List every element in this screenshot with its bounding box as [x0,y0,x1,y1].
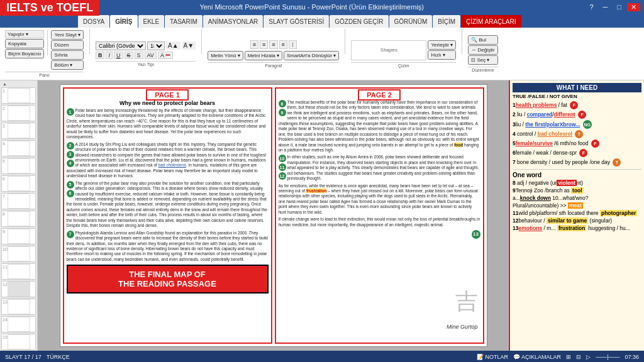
slide-thumb-8[interactable]: 8 [1,211,36,227]
comments-btn[interactable]: 💬 AÇIKLAMALAR [513,354,561,360]
notes-btn[interactable]: 📝 NOTLAR [477,354,508,360]
right-panel: WHAT I NEED TRUE /FALSE / NOT GIVEN 1hea… [509,80,644,351]
rp-item-8: 8 adj / negative (urviolentnt) [513,180,641,186]
one-word-section: One word 8 adj / negative (urviolentnt) … [513,169,641,231]
tab-bicim[interactable]: BİÇİM [433,15,460,28]
minimize-btn[interactable]: ─ [599,3,612,11]
view-normal[interactable]: ⊞ [566,354,571,360]
bolum-btn[interactable]: Bölüm ▾ [51,60,84,70]
tab-giris[interactable]: GİRİŞ [110,15,137,28]
italic-btn[interactable]: I [106,52,113,59]
font-color-btn[interactable]: A [158,52,173,59]
degistir-btn[interactable]: ↔ Değiştir [468,45,497,55]
smartart-btn[interactable]: SmartArt'a Dönüştür ▾ [284,51,339,60]
tab-slayt[interactable]: SLAYT GÖSTERİSİ [264,15,329,28]
tab-gorunum[interactable]: GÖRÜNÜM [389,15,433,28]
duzen-btn[interactable]: Düzen [51,40,84,50]
slide-thumb-12[interactable]: 12 [1,281,36,297]
strikethrough-btn[interactable]: S [125,52,133,59]
drawing-group: Shapes Yerleştir ▾ Hızlı ▾ Çizim [348,29,458,79]
help-btn[interactable]: ? [586,3,597,11]
slide-thumb-10[interactable]: 10 [1,246,36,262]
circle-11: 11 [279,163,286,171]
rp-item-6: 6female / weak / dense-spr F [513,149,641,157]
page2-para3: As for emotions, while the evidence is o… [279,184,480,216]
page1-para3: 5 6 The genome of the polar bear may als… [67,181,269,229]
bul-btn[interactable]: 🔍 Bul [468,35,497,45]
zoom-level: ——|—— [596,354,619,360]
view-sorter[interactable]: ⊟ [576,354,581,360]
rp-item-13: 13emotions / m... frustration /suggestin… [513,225,641,231]
tab-gozden[interactable]: GÖZDEN GEÇİR [330,15,388,28]
columns-btn[interactable]: ⫶ [289,40,297,49]
editing-group: 🔍 Bul ↔ Değiştir ⊡ Seç ▾ Düzenleme [465,29,500,79]
kanji-watermark: 吉 [455,287,478,317]
slide-thumb-5[interactable]: 5 [1,158,36,174]
tab-tasarim[interactable]: TASARIM [165,15,203,28]
slide-thumb-14[interactable]: 14 [1,316,36,332]
slide-thumb-9[interactable]: 9 [1,228,36,244]
circle-12: 12 [279,172,286,180]
yerlesik-btn[interactable]: Yerleştir ▾ [428,40,456,50]
slide-thumb-15[interactable]: 15 [1,334,36,350]
close-btn[interactable]: ✕ [627,3,640,11]
slide-thumb-7[interactable]: 7 [1,193,36,209]
font-group: Calibri (Gövde) 18 A▲ A▼ B I U S S AV A … [93,29,198,79]
bicim-boyacisi-btn[interactable]: Biçim Boyacısı [5,49,44,58]
drawing-label: Çizim [351,62,456,68]
yeni-slayt-btn[interactable]: Yeni Slayt ▾ [51,30,84,40]
page2-para4: If climate change were to lead to their … [279,217,480,228]
tab-dosya[interactable]: DOSYA [78,15,109,28]
rp-item-12: 12behaviour / similar to game (singular) [513,217,641,224]
align-right-btn[interactable]: ≡ [269,40,277,49]
align-center-btn[interactable]: ≡ [260,40,268,49]
metin-yonu-btn[interactable]: Metin Yönü ▾ [208,51,243,60]
tab-animasyonlar[interactable]: ANİMASYONLAR [203,15,263,28]
page1-container: PAGE 1 Why we need to protect polar bear… [63,87,272,344]
underline-btn[interactable]: U [114,52,123,59]
decrease-font-btn[interactable]: A▼ [182,41,196,50]
slide-thumb-13[interactable]: 13 [1,299,36,315]
ribbon-tabs: DOSYA GİRİŞ EKLE TASARIM ANİMASYONLAR SL… [0,14,644,28]
view-reading[interactable]: ▷ [586,354,591,360]
slide-thumb-3[interactable]: 3 [1,123,36,139]
shapes-gallery[interactable]: Shapes [351,40,426,60]
align-left-btn[interactable]: ≡ [250,40,258,49]
slide-thumb-4[interactable]: 4 [1,140,36,156]
slide-canvas: PAGE 1 Why we need to protect polar bear… [60,84,487,347]
circle-2: 2 [67,142,74,150]
slide-thumb-1[interactable]: 1 [1,87,36,104]
panel-scroll-up[interactable]: ▲ [1,82,36,86]
increase-font-btn[interactable]: A▲ [166,41,180,50]
window-title: Yeni Microsoft PowerPoint Sunusu - Power… [38,3,586,11]
page1-title: Why we need to protect polar bears [67,100,269,106]
hizli-btn[interactable]: Hızlı ▾ [428,50,456,60]
sec-btn[interactable]: ⊡ Seç ▾ [468,55,497,65]
bold-btn[interactable]: B [96,52,105,59]
page1-para2: 2 3 4 A 2014 study by Shi Ping Liu and c… [67,142,269,179]
status-bar: SLAYT 17 / 17 TÜRKÇE 📝 NOTLAR 💬 AÇIKLAMA… [0,351,644,362]
slide-count: SLAYT 17 / 17 [5,354,42,360]
justify-btn[interactable]: ≡ [279,40,287,49]
tab-cizim[interactable]: ÇİZİM ARAÇLARI [461,15,521,28]
restore-btn[interactable]: □ [613,3,625,11]
char-space-btn[interactable]: AV [145,52,157,59]
font-name-select[interactable]: Calibri (Gövde) [96,41,146,50]
kopyala-btn[interactable]: Kopyala [5,39,44,48]
sifirla-btn[interactable]: Sıfırla [51,50,84,60]
shadow-btn[interactable]: S [135,52,143,59]
editing-label: Düzenleme [468,67,497,72]
page2-container: PAGE 2 8 9 The medical benefits of the p… [275,87,484,344]
page2-label: PAGE 2 [279,91,480,99]
slide-thumb-6[interactable]: 6 [1,175,36,192]
font-size-select[interactable]: 18 [147,41,165,50]
tab-ekle[interactable]: EKLE [138,15,165,28]
circle-13-container: 13 [279,229,480,239]
yapistir-btn[interactable]: Yapıştır ▾ [5,30,44,38]
paragraph-group: ≡ ≡ ≡ ≡ ⫶ Metin Yönü ▾ Metni Hizala ▾ Sm… [205,29,341,79]
rp-item-9: 9Tennoji Zoo /branch as tool [513,187,641,194]
slide-thumb-11[interactable]: 11 [1,263,36,280]
metni-hizala-btn[interactable]: Metni Hizala ▾ [245,51,282,60]
page1-para4: 7 Physiologists Alanda Lennox and Allan … [67,231,269,263]
slide-thumb-2[interactable]: 2 [1,105,36,121]
